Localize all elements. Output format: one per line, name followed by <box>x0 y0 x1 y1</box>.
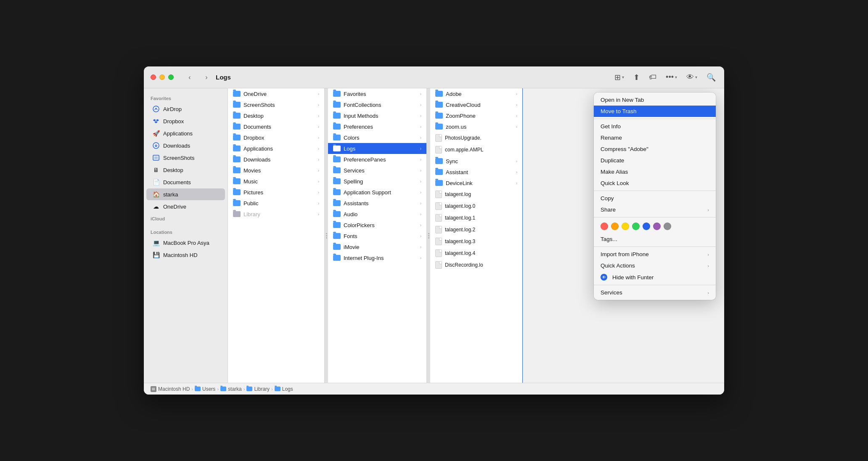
sidebar-item-screenshots[interactable]: ScreenShots <box>146 152 225 164</box>
library-folder-icon <box>246 387 252 391</box>
column-view-button[interactable]: ⊞ ▾ <box>613 72 626 83</box>
minimize-button[interactable] <box>159 74 165 80</box>
file-item[interactable]: DiscRecording.lo <box>430 259 522 271</box>
sidebar-item-desktop[interactable]: 🖥 Desktop <box>146 164 225 176</box>
nav-controls: ‹ › <box>184 72 212 83</box>
path-macintosh[interactable]: ▤ Macintosh HD <box>151 386 190 392</box>
file-item[interactable]: Applications› <box>228 143 324 154</box>
tag-icon: 🏷 <box>649 73 656 82</box>
sidebar-item-airdrop[interactable]: AirDrop <box>146 103 225 115</box>
color-dot-orange[interactable] <box>611 223 619 230</box>
file-item[interactable]: PreferencePanes› <box>328 154 426 165</box>
rename-item[interactable]: Rename <box>594 132 716 143</box>
compress-item[interactable]: Compress "Adobe" <box>594 143 716 155</box>
file-item[interactable]: talagent.log.2 <box>430 224 522 236</box>
move-to-trash-item[interactable]: Move to Trash <box>594 106 716 117</box>
file-item[interactable]: DeviceLink› <box>430 178 522 188</box>
file-item[interactable]: zoom.us› <box>430 121 522 132</box>
services-item[interactable]: Services › <box>594 287 716 298</box>
hide-funter-item[interactable]: 👁 Hide with Funter <box>594 271 716 283</box>
file-item[interactable]: ColorPickers› <box>328 220 426 231</box>
file-item[interactable]: Documents› <box>228 121 324 132</box>
search-button[interactable]: 🔍 <box>705 72 717 83</box>
eye-button[interactable]: 👁 ▾ <box>685 72 699 82</box>
color-dot-gray[interactable] <box>664 223 671 230</box>
file-item[interactable]: talagent.log <box>430 188 522 200</box>
color-dot-yellow[interactable] <box>622 223 629 230</box>
file-item[interactable]: Internet Plug-Ins› <box>328 252 426 263</box>
file-item[interactable]: Pictures› <box>228 187 324 198</box>
share-item[interactable]: Share › <box>594 204 716 215</box>
forward-button[interactable]: › <box>201 72 212 83</box>
sidebar-item-onedrive[interactable]: ☁ OneDrive <box>146 201 225 212</box>
file-item[interactable]: Assistant› <box>430 167 522 178</box>
file-item[interactable]: Movies› <box>228 165 324 176</box>
color-dot-purple[interactable] <box>653 223 661 230</box>
color-dot-blue[interactable] <box>643 223 650 230</box>
file-item[interactable]: Public› <box>228 198 324 209</box>
file-item[interactable]: ScreenShots› <box>228 99 324 110</box>
file-item[interactable]: FontCollections› <box>328 99 426 110</box>
file-item[interactable]: CreativeCloud› <box>430 99 522 110</box>
share-button[interactable]: ⬆ <box>632 72 641 83</box>
close-button[interactable] <box>151 74 156 80</box>
path-bar: ▤ Macintosh HD › Users › starka › Librar… <box>144 383 724 395</box>
file-item[interactable]: ZoomPhone› <box>430 110 522 121</box>
file-item-library[interactable]: Library› <box>228 209 324 220</box>
file-item[interactable]: Favorites› <box>328 88 426 99</box>
sidebar-item-downloads[interactable]: Downloads <box>146 140 225 151</box>
quick-actions-item[interactable]: Quick Actions › <box>594 260 716 271</box>
file-item[interactable]: Application Support› <box>328 187 426 198</box>
make-alias-item[interactable]: Make Alias <box>594 166 716 178</box>
path-logs[interactable]: Logs <box>275 386 293 392</box>
file-item[interactable]: OneDrive› <box>228 88 324 99</box>
file-item[interactable]: iMovie› <box>328 241 426 252</box>
color-dot-red[interactable] <box>601 223 608 230</box>
file-item[interactable]: talagent.log.1 <box>430 212 522 224</box>
file-item[interactable]: Dropbox› <box>228 132 324 143</box>
file-item[interactable]: Fonts› <box>328 231 426 241</box>
path-library[interactable]: Library <box>246 386 270 392</box>
maximize-button[interactable] <box>168 74 174 80</box>
file-item[interactable]: PhotosUpgrade. <box>430 132 522 144</box>
sidebar: Favorites AirDrop Dropbox 🚀 Applications <box>144 88 228 383</box>
color-dot-green[interactable] <box>632 223 640 230</box>
tags-item[interactable]: Tags... <box>594 233 716 245</box>
more-button[interactable]: ••• ▾ <box>664 72 679 82</box>
sidebar-item-macintosh[interactable]: 💾 Macintosh HD <box>146 249 225 261</box>
file-item[interactable]: Colors› <box>328 132 426 143</box>
file-item[interactable]: Spelling› <box>328 176 426 187</box>
sidebar-item-dropbox[interactable]: Dropbox <box>146 115 225 127</box>
duplicate-item[interactable]: Duplicate <box>594 155 716 166</box>
file-item[interactable]: Assistants› <box>328 198 426 209</box>
sidebar-item-starka[interactable]: 🏠 starka <box>146 188 225 200</box>
get-info-item[interactable]: Get Info <box>594 121 716 132</box>
file-item[interactable]: Audio› <box>328 209 426 220</box>
path-users[interactable]: Users <box>195 386 215 392</box>
back-button[interactable]: ‹ <box>184 72 196 83</box>
file-item[interactable]: Services› <box>328 165 426 176</box>
file-item[interactable]: Sync› <box>430 156 522 167</box>
sidebar-item-macbook[interactable]: 💻 MacBook Pro Asya <box>146 237 225 249</box>
file-item[interactable]: Input Methods› <box>328 110 426 121</box>
import-iphone-item[interactable]: Import from iPhone › <box>594 249 716 260</box>
tag-button[interactable]: 🏷 <box>647 72 658 82</box>
file-item[interactable]: Adobe› <box>430 88 522 99</box>
sidebar-item-applications[interactable]: 🚀 Applications <box>146 127 225 139</box>
open-new-tab-item[interactable]: Open in New Tab <box>594 94 716 106</box>
path-starka[interactable]: starka <box>220 386 242 392</box>
file-item-logs[interactable]: Logs› <box>328 143 426 154</box>
file-item[interactable]: talagent.log.3 <box>430 236 522 247</box>
copy-item[interactable]: Copy <box>594 193 716 204</box>
file-item[interactable]: Downloads› <box>228 154 324 165</box>
file-item[interactable]: com.apple.AMPL <box>430 144 522 156</box>
file-item[interactable]: Preferences› <box>328 121 426 132</box>
file-item[interactable]: talagent.log.4 <box>430 247 522 259</box>
file-item[interactable]: Music› <box>228 176 324 187</box>
sidebar-item-documents[interactable]: 📄 Documents <box>146 176 225 188</box>
file-item[interactable]: talagent.log.0 <box>430 200 522 212</box>
col-divider-1[interactable] <box>325 88 328 383</box>
col-divider-2[interactable] <box>427 88 430 383</box>
file-item[interactable]: Desktop› <box>228 110 324 121</box>
quick-look-item[interactable]: Quick Look <box>594 178 716 189</box>
